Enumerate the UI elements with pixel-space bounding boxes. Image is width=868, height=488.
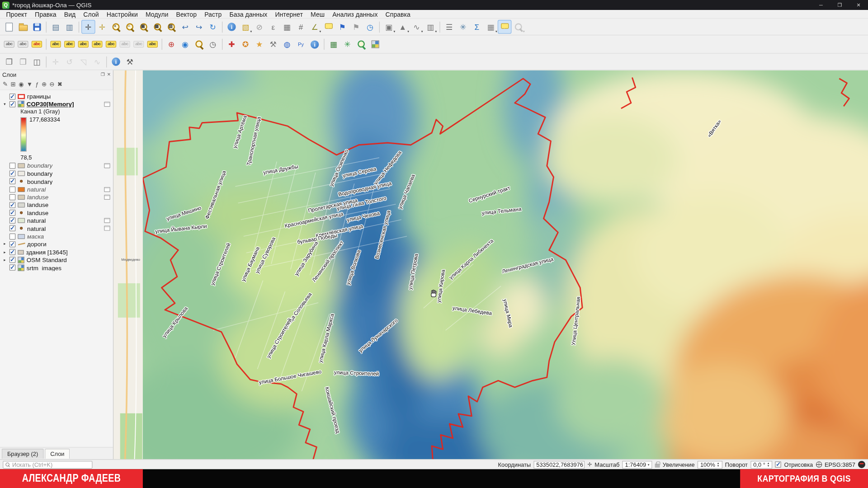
attributes-dock-button[interactable]: ☰	[442, 20, 456, 34]
elevation-profile-button[interactable]: ∿▾	[410, 20, 424, 34]
metasearch-catalog-button[interactable]: ✪	[239, 38, 253, 52]
map-canvas[interactable]: Транспортная улицаулица Артёмаулица Миши…	[113, 70, 868, 460]
zoom-full-extent-button[interactable]: ▣	[137, 20, 151, 34]
expand-arrow-icon[interactable]: ▸	[2, 242, 7, 247]
quickmap-services-button[interactable]: ▦	[326, 38, 340, 52]
panels-grid-button[interactable]: ▦▾	[484, 20, 498, 34]
layer-row-landuse[interactable]: landuse	[0, 209, 113, 216]
change-label-button[interactable]: abc	[118, 38, 132, 52]
layer-row-natural[interactable]: natural	[0, 225, 113, 232]
style-manager-button[interactable]: ◫	[30, 55, 44, 69]
gps-tools-button[interactable]: ◉	[178, 38, 192, 52]
layer-visibility-checkbox[interactable]	[9, 257, 15, 263]
labeling-rules-button[interactable]: abc	[30, 38, 44, 52]
expand-arrow-icon[interactable]: ▾	[2, 102, 7, 107]
temporal-controller-button[interactable]: ◷	[363, 20, 377, 34]
panel-undock-icon[interactable]: ❐	[101, 72, 105, 77]
temporal-tool-button[interactable]: ◷	[206, 38, 220, 52]
menu-меш[interactable]: Меш	[307, 10, 328, 18]
layer-row-natural[interactable]: natural	[0, 185, 113, 193]
layer-row-boundary[interactable]: boundary	[0, 178, 113, 185]
search-plugin-button[interactable]	[354, 38, 368, 52]
help-contents-button[interactable]: i	[308, 38, 322, 52]
layer-row-natural[interactable]: natural	[0, 217, 113, 225]
statistics-summary-button[interactable]: Σ	[470, 20, 484, 34]
layer-indicator-icon[interactable]	[104, 102, 110, 107]
layer-row-здания-13645-[interactable]: ▸здания [13645]	[0, 248, 113, 256]
new-bookmark-button[interactable]: ⚑	[335, 20, 349, 34]
copy-layer-style-button[interactable]: ❐	[2, 55, 16, 69]
field-calculator-button[interactable]: #	[294, 20, 308, 34]
filter-by-expression-icon[interactable]: ƒ	[35, 81, 39, 87]
select-features-button[interactable]: ▧▾	[239, 20, 253, 34]
maximize-button[interactable]: ❐	[830, 0, 849, 10]
layer-labeling-button[interactable]: abc	[49, 38, 63, 52]
open-layer-styling-icon[interactable]: ✎	[3, 81, 8, 87]
layer-visibility-checkbox[interactable]	[9, 265, 15, 271]
layer-visibility-checkbox[interactable]	[9, 186, 15, 192]
coordinates-input[interactable]: 5335022,7683976	[533, 460, 585, 468]
new-print-layout-button[interactable]: ▤	[49, 20, 63, 34]
zoom-last-button[interactable]: ↩	[178, 20, 192, 34]
lock-scale-icon[interactable]	[655, 464, 660, 468]
panel-close-icon[interactable]: ✕	[107, 72, 111, 77]
layer-visibility-checkbox[interactable]	[9, 178, 15, 184]
scale-feature-button[interactable]: ◹	[76, 55, 90, 69]
menu-вектор[interactable]: Вектор	[172, 10, 201, 18]
georeferencer-button[interactable]: ⊕	[165, 38, 179, 52]
identify-features-button[interactable]: i	[225, 20, 239, 34]
zoom-next-button[interactable]: ↪	[192, 20, 206, 34]
layer-visibility-checkbox[interactable]	[9, 210, 15, 216]
data-source-manager-button[interactable]: ▥▾	[424, 20, 438, 34]
expand-all-icon[interactable]: ⊕	[42, 81, 47, 87]
locator-search-input[interactable]: Искать (Ctrl+K)	[3, 460, 92, 468]
plugin-favorites-button[interactable]: ★	[252, 38, 266, 52]
rotation-spinbox[interactable]: 0,0 °▲▼	[750, 460, 773, 468]
layer-row-srtm_images[interactable]: srtm_images	[0, 264, 113, 272]
plugin-builder-button[interactable]: ⚒	[266, 38, 280, 52]
layer-row-landuse[interactable]: landuse	[0, 201, 113, 209]
menu-справка[interactable]: Справка	[382, 10, 414, 18]
identify-info-button-button[interactable]: i	[109, 55, 123, 69]
messages-button[interactable]	[858, 461, 865, 468]
extents-icon[interactable]: ✛	[587, 462, 592, 467]
collapse-all-icon[interactable]: ⊖	[49, 81, 54, 87]
zoom-to-selection-button[interactable]: ▦	[151, 20, 165, 34]
layer-visibility-checkbox[interactable]	[9, 194, 15, 200]
show-bookmarks-button[interactable]: ⚑	[349, 20, 363, 34]
processing-toolbox-button[interactable]: ✳	[340, 38, 354, 52]
open-project-button[interactable]	[16, 20, 30, 34]
menu-интернет[interactable]: Интернет	[271, 10, 307, 18]
expand-arrow-icon[interactable]: ▸	[2, 258, 7, 262]
menu-модули[interactable]: Модули	[142, 10, 172, 18]
magnifier-spinbox[interactable]: 100%▲▼	[698, 460, 722, 468]
label-callout-button[interactable]: abc	[146, 38, 160, 52]
layer-visibility-checkbox[interactable]	[9, 218, 15, 224]
layer-visibility-checkbox[interactable]	[9, 101, 15, 107]
close-button[interactable]: ✕	[849, 0, 868, 10]
manage-map-themes-icon[interactable]: ◉	[19, 81, 24, 87]
layer-row-landuse[interactable]: landuse	[0, 193, 113, 201]
python-console-button[interactable]: Py	[294, 38, 308, 52]
zoom-to-layer-button[interactable]: ▧	[165, 20, 179, 34]
layer-visibility-checkbox[interactable]	[9, 225, 15, 231]
pin-labels-button[interactable]: abc	[62, 38, 76, 52]
scale-combobox[interactable]: 1:76409▾	[622, 460, 652, 468]
zoom-native-button[interactable]: ▾	[511, 20, 525, 34]
layout-manager-button[interactable]: ▥	[62, 20, 76, 34]
layer-row-osm-standard[interactable]: ▸OSM Standard	[0, 256, 113, 263]
layer-indicator-icon[interactable]	[104, 163, 110, 168]
osm-tiles-button[interactable]	[368, 38, 382, 52]
pan-map-button[interactable]: ✛	[81, 20, 95, 34]
highlight-pinned-labels-button[interactable]: abc	[76, 38, 90, 52]
plugin-tool-red-button[interactable]: ✚	[225, 38, 239, 52]
menu-растр[interactable]: Растр	[201, 10, 226, 18]
layer-visibility-checkbox[interactable]	[9, 170, 15, 176]
layer-row-дороги[interactable]: ▸дороги	[0, 240, 113, 248]
settings-wrench-button[interactable]: ⚒	[123, 55, 137, 69]
open-attribute-table-button[interactable]: ▦	[280, 20, 294, 34]
select-by-expression-button[interactable]: ε	[266, 20, 280, 34]
layer-indicator-icon[interactable]	[104, 218, 110, 223]
reshape-feature-button[interactable]: ∿	[90, 55, 104, 69]
menu-проект[interactable]: Проект	[2, 10, 31, 18]
